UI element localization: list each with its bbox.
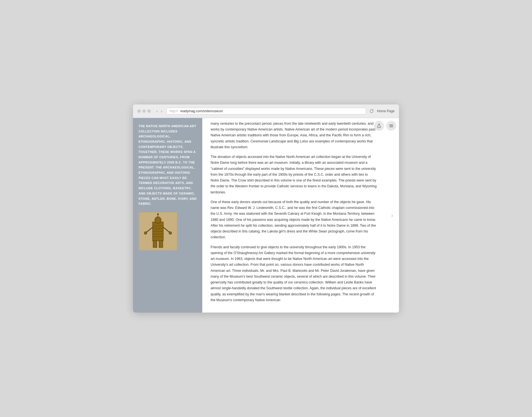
right-panel: many centuries to the precontact period,… xyxy=(202,118,399,313)
left-panel-text: THE NATIVE NORTH AMERICAN ART COLLECTION… xyxy=(139,124,197,206)
svg-point-2 xyxy=(155,217,161,223)
refresh-icon[interactable] xyxy=(369,109,374,113)
menu-button[interactable] xyxy=(386,121,396,131)
article-text: many centuries to the precontact period,… xyxy=(211,118,391,303)
article-paragraph-2: The donation of objects accessed into th… xyxy=(211,154,377,195)
artwork-image xyxy=(139,212,177,251)
home-page-label: Home Page xyxy=(377,109,395,113)
address-bar[interactable]: http:// readymag.com/snitemuseum xyxy=(167,108,366,114)
browser-content: ‹ THE NATIVE NORTH AMERICAN ART COLLECTI… xyxy=(133,118,399,313)
address-http: http:// xyxy=(170,109,178,113)
traffic-light-minimize[interactable] xyxy=(142,109,146,113)
forward-arrow[interactable]: › xyxy=(160,108,163,114)
article-paragraph-4: Friends and faculty continued to give ob… xyxy=(211,244,377,303)
svg-rect-14 xyxy=(153,241,157,247)
prev-page-chevron[interactable]: ‹ xyxy=(136,211,144,219)
share-button[interactable] xyxy=(374,121,384,131)
browser-chrome: ‹ › http:// readymag.com/snitemuseum Hom… xyxy=(133,104,399,118)
svg-point-8 xyxy=(169,232,172,234)
svg-point-4 xyxy=(157,213,159,215)
traffic-light-close[interactable] xyxy=(137,109,141,113)
svg-point-7 xyxy=(144,232,147,234)
address-url: readymag.com/snitemuseum xyxy=(180,109,223,113)
svg-rect-15 xyxy=(159,241,163,247)
back-arrow[interactable]: ‹ xyxy=(155,108,159,114)
top-actions xyxy=(374,121,396,131)
browser-window: ‹ › http:// readymag.com/snitemuseum Hom… xyxy=(133,104,399,313)
traffic-light-maximize[interactable] xyxy=(147,109,151,113)
article-paragraph-3: One of these early donors stands out bec… xyxy=(211,199,377,241)
traffic-lights xyxy=(137,109,151,113)
next-page-chevron[interactable]: › xyxy=(388,211,396,219)
article-paragraph-1: many centuries to the precontact period,… xyxy=(211,121,377,150)
nav-arrows: ‹ › xyxy=(155,108,163,114)
